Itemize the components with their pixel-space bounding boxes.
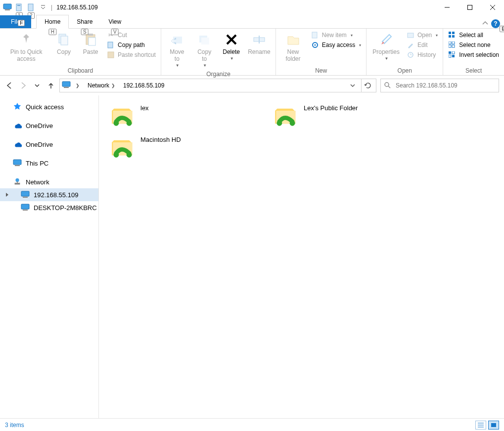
view-details-button[interactable]: [475, 421, 486, 430]
breadcrumb-host[interactable]: 192.168.55.109: [120, 82, 167, 89]
label: Select none: [459, 42, 490, 48]
status-bar: 3 items: [0, 418, 504, 431]
file-view[interactable]: lex Lex's Public Folder Macintosh HD: [99, 95, 504, 418]
ribbon-group-select: Select all Select none Invert selection …: [443, 29, 504, 75]
refresh-button[interactable]: [361, 79, 374, 92]
delete-button[interactable]: Delete ▼: [219, 30, 244, 63]
location-icon: [62, 81, 71, 91]
tab-view[interactable]: View V: [100, 15, 129, 28]
folder-item[interactable]: Macintosh HD: [109, 134, 257, 162]
search-box[interactable]: [380, 79, 499, 92]
svg-rect-27: [201, 38, 209, 44]
history-button[interactable]: History: [405, 50, 440, 59]
new-folder-icon: [285, 32, 301, 47]
minimize-button[interactable]: [436, 0, 458, 15]
shared-folder-icon: [111, 136, 135, 160]
open-button[interactable]: Open ▾: [405, 31, 440, 40]
qat-new-folder-icon[interactable]: 2: [27, 3, 36, 12]
collapse-ribbon-icon[interactable]: [482, 20, 488, 28]
navigation-pane[interactable]: Quick access OneDrive OneDrive This PC N…: [0, 95, 99, 418]
sidebar-this-pc[interactable]: This PC: [0, 157, 98, 170]
sidebar-network-host[interactable]: 192.168.55.109: [0, 188, 98, 201]
paste-shortcut-button[interactable]: Paste shortcut: [105, 50, 158, 59]
move-to-button[interactable]: Move to ▼: [164, 30, 190, 70]
copy-path-icon: [107, 41, 115, 49]
search-input[interactable]: [395, 82, 496, 89]
tab-file[interactable]: File F: [0, 15, 31, 28]
label: Open: [417, 32, 432, 39]
help-hint: E: [500, 26, 504, 32]
copy-path-button[interactable]: Copy path: [105, 41, 158, 49]
edit-button[interactable]: Edit: [405, 41, 440, 49]
folder-item[interactable]: Lex's Public Folder: [272, 102, 420, 130]
maximize-button[interactable]: [458, 0, 481, 15]
shared-folder-icon: [274, 104, 298, 128]
tab-share[interactable]: Share S: [69, 15, 100, 28]
edit-icon: [407, 41, 414, 49]
label: Delete: [223, 48, 240, 55]
svg-rect-12: [17, 5, 20, 6]
title-separator: │: [50, 5, 53, 10]
svg-rect-38: [452, 42, 455, 44]
select-all-button[interactable]: Select all: [446, 31, 501, 40]
invert-selection-button[interactable]: Invert selection: [446, 50, 501, 59]
cloud-icon: [13, 121, 22, 130]
sidebar-onedrive-2[interactable]: OneDrive: [0, 138, 98, 151]
select-all-icon: [448, 31, 456, 39]
star-icon: [13, 102, 22, 111]
shared-folder-icon: [111, 104, 135, 128]
help-icon[interactable]: ? E: [491, 19, 500, 28]
chevron-down-icon: ▾: [436, 33, 438, 38]
svg-point-45: [385, 83, 389, 86]
label: Network: [26, 178, 49, 186]
sidebar-network[interactable]: Network: [0, 175, 98, 188]
pc-icon: [21, 203, 30, 212]
up-button[interactable]: [46, 81, 55, 90]
qat-customize-icon[interactable]: [39, 3, 47, 12]
rename-button[interactable]: Rename: [246, 30, 273, 57]
sidebar-quick-access[interactable]: Quick access: [0, 100, 98, 113]
copy-to-button[interactable]: Copy to ▼: [192, 30, 217, 70]
properties-button[interactable]: Properties ▼: [369, 30, 403, 63]
pc-icon: [13, 159, 22, 168]
sidebar-onedrive-1[interactable]: OneDrive: [0, 119, 98, 132]
select-none-button[interactable]: Select none: [446, 41, 501, 49]
ribbon-group-open: Properties ▼ Open ▾ Edit History Op: [367, 29, 443, 75]
easy-access-button[interactable]: Easy access ▾: [309, 41, 363, 49]
svg-rect-41: [449, 51, 451, 54]
address-bar[interactable]: ❯ Network ❯ 192.168.55.109: [59, 79, 376, 92]
label: 192.168.55.109: [123, 82, 164, 89]
tab-home[interactable]: Home H: [36, 15, 69, 29]
label: Select all: [459, 32, 483, 39]
close-button[interactable]: [481, 0, 504, 15]
svg-rect-43: [449, 55, 451, 57]
chevron-down-icon: ▼: [203, 63, 207, 68]
breadcrumb-root[interactable]: ❯: [73, 83, 83, 88]
label: Network: [88, 82, 109, 89]
new-item-button[interactable]: New item ▾: [309, 31, 363, 40]
label: Cut: [118, 32, 127, 39]
tab-label: View: [108, 18, 121, 25]
svg-rect-44: [452, 55, 455, 57]
chevron-down-icon: ▾: [351, 33, 353, 38]
new-folder-button[interactable]: New folder: [279, 30, 307, 64]
label: Rename: [248, 48, 270, 55]
tab-label: Home: [45, 18, 60, 25]
forward-button[interactable]: [19, 81, 28, 90]
svg-rect-35: [408, 33, 413, 38]
easy-access-icon: [311, 41, 319, 49]
copy-icon: [56, 32, 72, 47]
pin-button[interactable]: Pin to Quick access: [3, 30, 49, 64]
address-dropdown-button[interactable]: [346, 79, 359, 92]
folder-item[interactable]: lex: [109, 102, 257, 130]
group-label: Open: [369, 66, 440, 75]
back-button[interactable]: [5, 81, 14, 90]
view-large-icons-button[interactable]: [488, 421, 499, 430]
label: Edit: [417, 42, 428, 48]
sidebar-network-desktop[interactable]: DESKTOP-2M8KBRC: [0, 201, 98, 214]
window-title: 192.168.55.109: [56, 4, 97, 11]
qat-properties-icon[interactable]: 1: [15, 3, 24, 12]
svg-rect-19: [61, 36, 68, 45]
breadcrumb-network[interactable]: Network ❯: [85, 82, 118, 89]
recent-locations-button[interactable]: [33, 81, 42, 90]
